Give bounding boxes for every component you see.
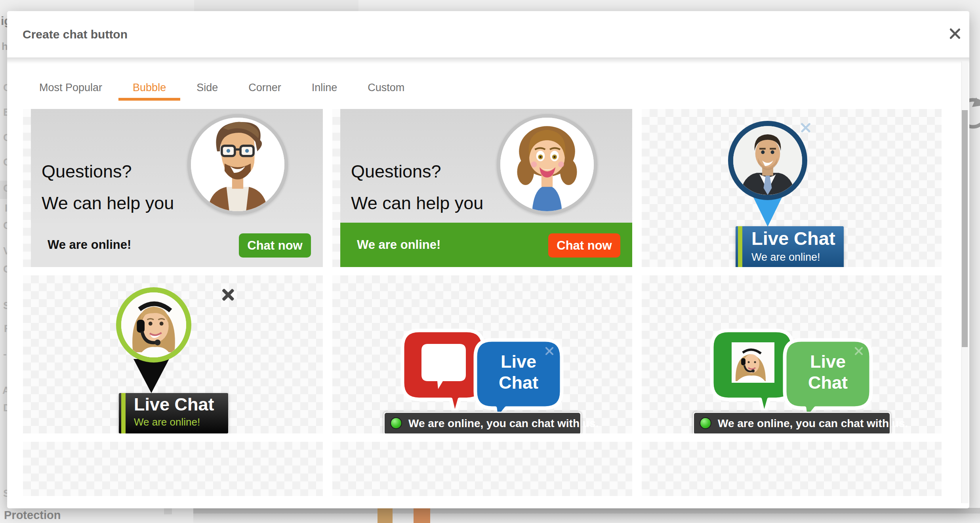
man-photo-illustration [733, 126, 802, 195]
template-card-banner-gray[interactable]: We are online! Chat now Questions? We ca… [23, 109, 323, 267]
background-color-swatch [414, 508, 430, 523]
online-dot-icon [700, 417, 711, 429]
background-top-block [194, 0, 358, 11]
banner-heading: Questions? We can help you [351, 156, 483, 219]
template-card-partial[interactable] [332, 442, 632, 496]
template-card-partial[interactable] [23, 442, 323, 496]
template-card-pin-black[interactable]: Live Chat We are online! [23, 275, 323, 433]
tab-side[interactable]: Side [196, 81, 218, 101]
status-text: We are online! [751, 251, 820, 263]
accent-stripe [738, 226, 742, 267]
close-icon [221, 288, 235, 302]
background-protection-label: Protection [4, 509, 61, 522]
background-text-fragment: - [3, 349, 7, 359]
template-card-bubbles-green[interactable]: Live Chat We are online, you can chat wi… [642, 275, 942, 433]
template-card-bubbles-red-blue[interactable]: Live Chat We are online, you can chat wi… [332, 275, 632, 433]
background-divider-shadow [193, 513, 980, 523]
agent-avatar-cartoon-woman [497, 114, 597, 215]
tab-corner[interactable]: Corner [248, 81, 281, 101]
banner-status-bar: We are online! Chat now [31, 223, 323, 267]
live-chat-box: Live Chat We are online! [119, 393, 228, 433]
agent-avatar-cartoon-man [187, 114, 288, 215]
headset-woman-photo [733, 344, 773, 381]
tab-bubble[interactable]: Bubble [133, 81, 166, 101]
live-chat-label: Live Chat [475, 351, 562, 393]
headset-woman-illustration [121, 292, 186, 357]
dialog-title: Create chat button [23, 28, 128, 41]
header-divider [7, 57, 969, 64]
background-color-swatch [378, 508, 393, 523]
live-chat-box: Live Chat We are online! [736, 226, 844, 267]
status-text: We are online, you can chat with us. [408, 413, 599, 433]
status-text: We are online! [48, 223, 131, 267]
tab-most-popular[interactable]: Most Popular [39, 81, 102, 101]
tab-custom[interactable]: Custom [368, 81, 404, 101]
template-card-banner-green[interactable]: We are online! Chat now Questions? We ca… [332, 109, 632, 267]
close-icon [854, 346, 864, 356]
status-text: We are online! [134, 416, 200, 428]
online-status-bar: We are online, you can chat with us. [383, 412, 582, 433]
banner-heading: Questions? We can help you [42, 156, 174, 219]
accent-stripe [121, 393, 126, 433]
template-card-pin-blue[interactable]: Live Chat We are online! [642, 109, 942, 267]
status-text: We are online, you can chat with us. [718, 413, 908, 433]
screen: ig h C E C C C I C V C S F - A D S Prote… [0, 0, 980, 523]
template-category-tabs: Most Popular Bubble Side Corner Inline C… [39, 81, 404, 101]
cartoon-woman-illustration [500, 118, 594, 211]
agent-avatar-photo-woman [116, 287, 191, 363]
close-icon[interactable] [948, 27, 962, 40]
pin-pointer [133, 359, 169, 393]
online-dot-icon [390, 417, 402, 429]
close-icon [800, 122, 812, 134]
live-chat-label: Live Chat [785, 351, 871, 393]
status-text: We are online! [357, 223, 440, 267]
agent-avatar-photo-man [728, 121, 807, 200]
online-status-bar: We are online, you can chat with us. [693, 412, 891, 433]
scrollbar-thumb[interactable] [962, 110, 968, 347]
template-card-partial[interactable] [642, 442, 942, 496]
tab-inline[interactable]: Inline [312, 81, 337, 101]
live-chat-label: Live Chat [134, 395, 214, 414]
close-icon [544, 346, 555, 356]
chat-now-button: Chat now [548, 233, 620, 258]
background-divider-band [193, 508, 980, 513]
live-chat-label: Live Chat [751, 228, 835, 249]
chat-now-button: Chat now [239, 233, 311, 258]
banner-status-bar: We are online! Chat now [340, 223, 632, 267]
cartoon-man-illustration [191, 118, 284, 211]
